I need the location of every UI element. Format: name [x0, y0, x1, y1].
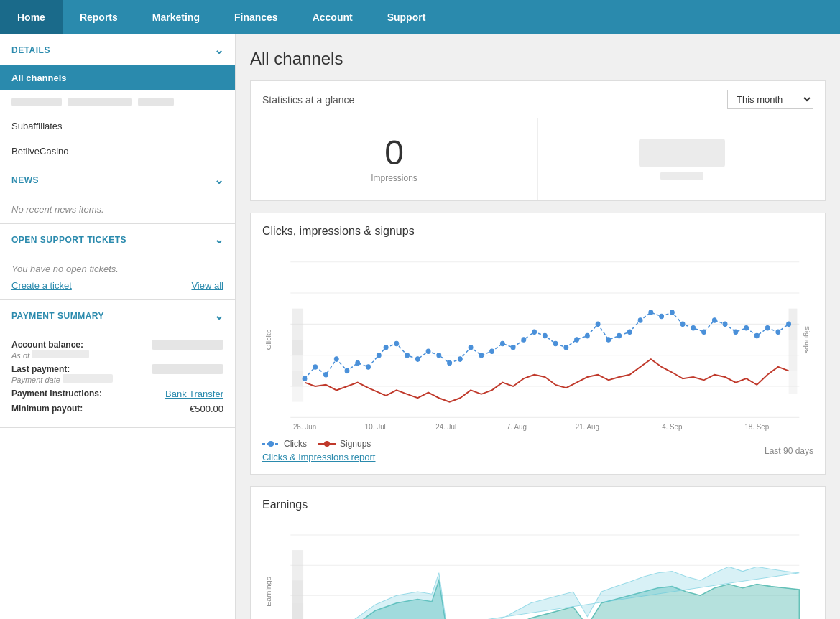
svg-point-45 — [553, 341, 558, 346]
tickets-section: OPEN SUPPORT TICKETS ⌄ You have no open … — [0, 224, 235, 300]
svg-text:4. Sep: 4. Sep — [662, 422, 683, 431]
clicks-chart-svg: 26. Jun 10. Jul 24. Jul 7. Aug 21. Aug 4… — [262, 246, 813, 433]
period-select[interactable]: Today Yesterday This week Last week This… — [727, 90, 813, 109]
news-content: No recent news items. — [0, 195, 235, 223]
svg-point-36 — [458, 357, 462, 362]
page-layout: DETAILS ⌄ All channels Subaffiliates Bet… — [0, 34, 840, 619]
tickets-header[interactable]: OPEN SUPPORT TICKETS ⌄ — [0, 224, 235, 255]
legend-signups: Signups — [318, 439, 371, 449]
svg-text:24. Jul: 24. Jul — [435, 422, 456, 431]
svg-point-23 — [324, 373, 328, 378]
svg-point-33 — [426, 349, 430, 354]
payment-header[interactable]: PAYMENT SUMMARY ⌄ — [0, 300, 235, 331]
svg-text:Signups: Signups — [803, 325, 811, 353]
nav-marketing[interactable]: Marketing — [135, 0, 217, 34]
svg-point-59 — [702, 330, 706, 335]
svg-point-56 — [670, 310, 674, 315]
minimum-payout-value: €500.00 — [190, 404, 223, 414]
legend-clicks-label: Clicks — [284, 439, 307, 449]
subaffiliates-item[interactable]: Subaffiliates — [0, 113, 235, 139]
stats-header: Statistics at a glance Today Yesterday T… — [251, 81, 825, 118]
chart-footer: Clicks Signups Clicks & impressions repo… — [262, 439, 813, 462]
svg-point-55 — [660, 314, 664, 319]
svg-point-69 — [268, 441, 274, 447]
svg-text:18. Sep: 18. Sep — [744, 422, 769, 431]
stats-card: Statistics at a glance Today Yesterday T… — [250, 80, 826, 201]
top-navigation: Home Reports Marketing Finances Account … — [0, 0, 840, 34]
account-balance-row: Account balance: As of — [11, 340, 223, 360]
svg-rect-80 — [292, 603, 303, 619]
svg-rect-20 — [789, 371, 798, 394]
svg-point-58 — [691, 326, 696, 331]
svg-point-24 — [334, 357, 338, 362]
svg-point-44 — [543, 333, 547, 338]
svg-point-27 — [366, 365, 371, 370]
account-balance-value — [152, 340, 223, 350]
svg-point-47 — [575, 338, 579, 343]
payment-content: Account balance: As of Last payment: — [0, 331, 235, 427]
create-ticket-link[interactable]: Create a ticket — [11, 280, 72, 291]
svg-text:21. Aug: 21. Aug — [576, 422, 600, 431]
tickets-chevron: ⌄ — [214, 233, 224, 246]
svg-point-50 — [606, 338, 611, 343]
last-payment-label-group: Last payment: Payment date — [11, 364, 113, 384]
blurred-bar — [68, 98, 132, 106]
details-section: DETAILS ⌄ All channels Subaffiliates Bet… — [0, 34, 235, 164]
account-balance-label: Account balance: — [11, 340, 89, 350]
sidebar: DETAILS ⌄ All channels Subaffiliates Bet… — [0, 34, 236, 619]
svg-point-64 — [754, 333, 759, 338]
details-label: DETAILS — [11, 45, 50, 55]
chart-legend: Clicks Signups — [262, 439, 376, 449]
nav-reports[interactable]: Reports — [63, 0, 135, 34]
stats-grid: 0 Impressions — [251, 118, 825, 200]
svg-point-52 — [627, 330, 632, 335]
view-all-tickets-link[interactable]: View all — [191, 280, 223, 291]
news-header[interactable]: NEWS ⌄ — [0, 164, 235, 195]
svg-point-39 — [490, 349, 494, 354]
impressions-label: Impressions — [371, 173, 417, 183]
news-chevron: ⌄ — [214, 173, 224, 187]
svg-rect-17 — [292, 371, 303, 401]
balance-blurred — [152, 340, 223, 350]
svg-point-65 — [765, 326, 770, 331]
clicks-chart-area: 26. Jun 10. Jul 24. Jul 7. Aug 21. Aug 4… — [262, 246, 813, 433]
svg-point-37 — [469, 345, 473, 350]
clicks-impressions-report-link[interactable]: Clicks & impressions report — [262, 452, 376, 462]
chart-period: Last 90 days — [765, 446, 813, 456]
nav-account[interactable]: Account — [295, 0, 370, 34]
payment-date-value — [63, 374, 113, 383]
blurred-bar — [138, 98, 174, 106]
payment-label: PAYMENT SUMMARY — [11, 311, 104, 321]
all-channels-item[interactable]: All channels — [0, 65, 235, 90]
nav-finances[interactable]: Finances — [217, 0, 295, 34]
tickets-content: You have no open tickets. Create a ticke… — [0, 255, 235, 299]
details-header[interactable]: DETAILS ⌄ — [0, 34, 235, 65]
nav-home[interactable]: Home — [0, 0, 63, 34]
hits-cell — [538, 118, 825, 200]
account-balance-label-group: Account balance: As of — [11, 340, 89, 360]
nav-support[interactable]: Support — [370, 0, 443, 34]
tickets-links: Create a ticket View all — [11, 280, 223, 291]
bank-transfer-link[interactable]: Bank Transfer — [165, 388, 223, 399]
tickets-label: OPEN SUPPORT TICKETS — [11, 235, 126, 245]
svg-text:Earnings: Earnings — [264, 577, 272, 606]
svg-point-62 — [734, 330, 738, 335]
svg-text:Clicks: Clicks — [264, 330, 272, 350]
blurred-item-1 — [0, 90, 235, 113]
earnings-chart-svg: Earnings — [262, 520, 813, 619]
details-content: All channels Subaffiliates BetliveCasino — [0, 65, 235, 164]
svg-point-31 — [405, 353, 410, 358]
svg-point-71 — [324, 441, 330, 447]
minimum-payout-row: Minimum payout: €500.00 — [11, 404, 223, 414]
main-content: All channels Statistics at a glance Toda… — [236, 34, 840, 619]
last-payment-row: Last payment: Payment date — [11, 364, 223, 384]
svg-point-28 — [377, 353, 381, 358]
svg-point-57 — [680, 322, 685, 327]
svg-point-49 — [596, 322, 600, 327]
clicks-chart-card: Clicks, impressions & signups 26. Jun 10… — [250, 213, 826, 475]
svg-point-38 — [479, 353, 484, 358]
betlive-item[interactable]: BetliveCasino — [0, 139, 235, 164]
hits-blurred — [639, 139, 725, 180]
last-payment-value — [152, 364, 223, 374]
svg-point-34 — [437, 353, 441, 358]
